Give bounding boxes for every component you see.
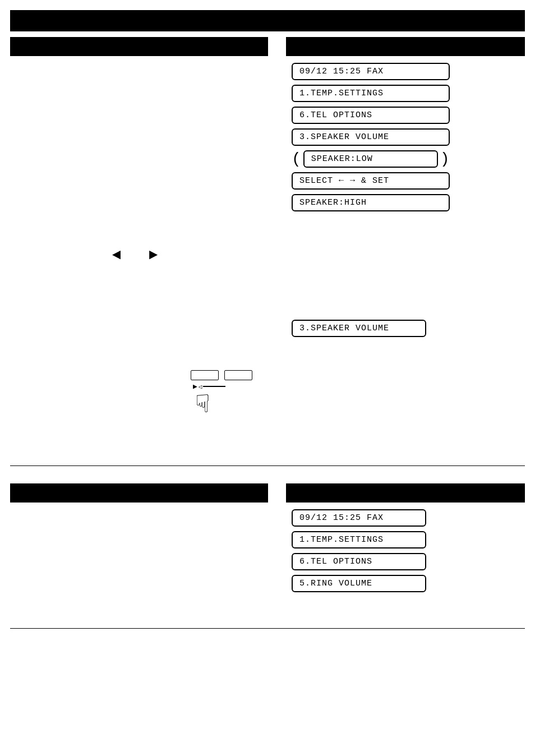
button-diagram: ▶ ◁ ☟ xyxy=(191,370,252,418)
section2-right-bar xyxy=(286,483,525,503)
divider-line-2 xyxy=(10,628,525,629)
divider-line-1 xyxy=(10,465,525,466)
button-diagram-right xyxy=(224,370,252,380)
section2-lcd-column: 09/12 15:25 FAX 1.TEMP.SETTINGS 6.TEL OP… xyxy=(292,509,426,592)
section1-nav: ◄ ► xyxy=(112,247,158,264)
button-diagram-left xyxy=(191,370,219,380)
section1-lcd-column: 09/12 15:25 FAX 1.TEMP.SETTINGS 6.TEL OP… xyxy=(292,63,450,211)
lcd-speaker-high: SPEAKER:HIGH xyxy=(292,194,450,211)
lcd-temp-settings: 1.TEMP.SETTINGS xyxy=(292,85,450,102)
nav-left-arrow[interactable]: ◄ xyxy=(112,247,121,264)
triangle-small: ◁ xyxy=(199,383,202,390)
lcd2-temp-settings: 1.TEMP.SETTINGS xyxy=(292,531,426,548)
section1-right-bar xyxy=(286,37,525,56)
bracket-right-icon: ) xyxy=(440,151,450,167)
lcd-speaker-volume-extra: 3.SPEAKER VOLUME xyxy=(292,320,426,337)
section2-left-bar xyxy=(10,483,268,503)
line-indicator xyxy=(203,386,225,387)
lcd-datetime: 09/12 15:25 FAX xyxy=(292,63,450,80)
lcd2-ring-volume: 5.RING VOLUME xyxy=(292,575,426,592)
lcd2-datetime: 09/12 15:25 FAX xyxy=(292,509,426,527)
hand-cursor-icon: ☟ xyxy=(195,393,210,418)
lcd2-tel-options: 6.TEL OPTIONS xyxy=(292,553,426,570)
lcd-speaker-low: SPEAKER:LOW xyxy=(303,150,438,168)
section1-left-bar xyxy=(10,37,268,56)
arrow-right-small: ▶ xyxy=(193,382,197,391)
lcd-tel-options: 6.TEL OPTIONS xyxy=(292,107,450,124)
lcd-select-arrows: SELECT ← → & SET xyxy=(292,172,450,190)
nav-right-arrow[interactable]: ► xyxy=(149,247,158,264)
lcd-speaker-volume: 3.SPEAKER VOLUME xyxy=(292,128,450,146)
top-header-bar xyxy=(10,10,525,31)
bracket-left-icon: ( xyxy=(292,151,301,167)
